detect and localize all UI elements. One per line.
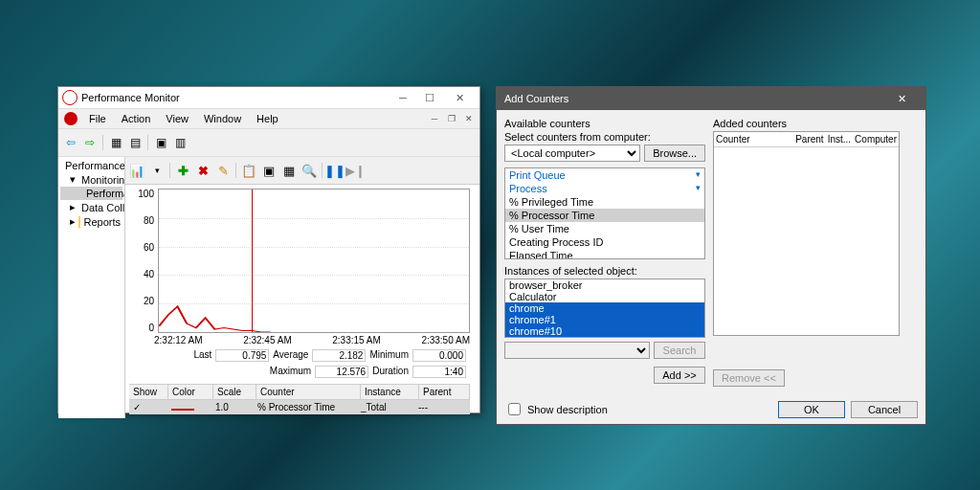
chart[interactable]: 100 80 60 40 20 0 — [129, 189, 470, 333]
instance-item[interactable]: chrome — [505, 302, 704, 314]
export-icon[interactable]: ▥ — [171, 134, 189, 151]
add-icon[interactable]: ✚ — [173, 161, 192, 180]
dialog-title: Add Counters — [504, 93, 885, 104]
menu-help[interactable]: Help — [249, 111, 286, 126]
counter-item[interactable]: Creating Process ID — [505, 235, 704, 249]
main-panel: 📊 ▾ ✚ ✖ ✎ 📋 ▣ ▦ 🔍 ❚❚ ▶❙ 100 80 — [125, 157, 479, 418]
menu-view[interactable]: View — [158, 111, 196, 126]
stats-row: Last0.795 Average2.182 Minimum0.000 — [129, 347, 470, 364]
back-icon[interactable]: ⇦ — [62, 134, 79, 151]
mdi-minimize-button[interactable]: ─ — [426, 111, 443, 126]
instance-item[interactable]: chrome#1 — [505, 314, 704, 325]
counters-listbox[interactable]: Print Queue Process % Privileged Time % … — [504, 167, 705, 259]
tree-root[interactable]: Performance — [60, 159, 122, 172]
computer-select[interactable]: <Local computer> — [504, 145, 640, 162]
properties-icon[interactable]: ▤ — [126, 134, 144, 151]
dropdown-icon[interactable]: ▾ — [147, 161, 167, 180]
forward-icon[interactable]: ⇨ — [81, 134, 99, 151]
titlebar[interactable]: Performance Monitor ─ ☐ ✕ — [58, 87, 479, 109]
toolbar: ⇦ ⇨ ▦ ▤ ▣ ▥ — [58, 129, 479, 157]
update-icon[interactable]: ▶❙ — [345, 161, 365, 180]
instance-search-input[interactable] — [504, 342, 650, 359]
search-button[interactable]: Search — [654, 342, 705, 359]
tree-reports[interactable]: ▸ Reports — [60, 214, 122, 229]
view-type-icon[interactable]: 📊 — [127, 161, 146, 180]
menu-action[interactable]: Action — [114, 111, 159, 126]
show-hide-icon[interactable]: ▦ — [107, 134, 124, 151]
dialog-close-button[interactable]: ✕ — [885, 89, 918, 108]
maximize-button[interactable]: ☐ — [416, 88, 443, 107]
props-icon[interactable]: ▦ — [279, 161, 299, 180]
browse-button[interactable]: Browse... — [644, 145, 705, 162]
instance-item[interactable]: Calculator — [505, 291, 704, 302]
instance-item[interactable]: browser_broker — [505, 279, 704, 291]
ok-button[interactable]: OK — [778, 401, 845, 418]
color-swatch — [171, 409, 194, 411]
tree-performance-monitor[interactable]: Performance Monitor — [60, 187, 122, 200]
perfmon-icon — [62, 90, 78, 105]
y-axis: 100 80 60 40 20 0 — [129, 189, 158, 333]
instance-item[interactable]: chrome#10 — [505, 325, 704, 337]
menu-file[interactable]: File — [81, 111, 114, 126]
show-description-checkbox[interactable]: Show description — [504, 400, 608, 418]
instances-listbox[interactable]: browser_broker Calculator chrome chrome#… — [504, 278, 705, 338]
mdi-close-button[interactable]: ✕ — [460, 111, 478, 126]
refresh-icon[interactable]: ▣ — [152, 134, 169, 151]
legend[interactable]: Show Color Scale Counter Instance Parent… — [129, 384, 470, 414]
added-counters-listbox[interactable]: Counter Parent Inst... Computer — [713, 131, 900, 336]
minimize-button[interactable]: ─ — [390, 88, 416, 107]
add-button[interactable]: Add >> — [654, 367, 705, 384]
app-icon — [64, 112, 78, 125]
chart-toolbar: 📊 ▾ ✚ ✖ ✎ 📋 ▣ ▦ 🔍 ❚❚ ▶❙ — [125, 157, 479, 185]
menu-window[interactable]: Window — [196, 111, 249, 126]
zoom-icon[interactable]: 🔍 — [300, 161, 319, 180]
counter-item[interactable]: Elapsed Time — [505, 249, 704, 259]
counter-item[interactable]: % Privileged Time — [505, 195, 704, 209]
copy-icon[interactable]: 📋 — [239, 161, 258, 180]
stats-row-2: Maximum12.576 Duration1:40 — [129, 364, 470, 380]
plot-area[interactable] — [158, 189, 470, 333]
counter-item[interactable]: % User Time — [505, 222, 704, 235]
freeze-icon[interactable]: ❚❚ — [325, 161, 345, 180]
remove-button[interactable]: Remove << — [713, 369, 785, 387]
instances-label: Instances of selected object: — [504, 265, 705, 277]
series-line — [159, 189, 469, 332]
delete-icon[interactable]: ✖ — [193, 161, 212, 180]
legend-row[interactable]: ✓ 1.0 % Processor Time _Total --- — [129, 400, 470, 414]
tree-data-collector-sets[interactable]: ▸ Data Collector Sets — [60, 200, 122, 214]
available-counters-label: Available counters — [504, 118, 705, 129]
close-button[interactable]: ✕ — [443, 88, 476, 107]
add-counters-dialog: Add Counters ✕ Available counters Select… — [496, 86, 926, 425]
paste-icon[interactable]: ▣ — [259, 161, 278, 180]
cancel-button[interactable]: Cancel — [851, 401, 918, 418]
category-process[interactable]: Process — [505, 182, 704, 195]
category-print-queue[interactable]: Print Queue — [505, 168, 704, 182]
nav-tree[interactable]: Performance ▾ Monitoring Tools Performan… — [58, 157, 125, 418]
window-title: Performance Monitor — [81, 92, 390, 103]
tree-monitoring-tools[interactable]: ▾ Monitoring Tools — [60, 172, 122, 187]
dialog-titlebar[interactable]: Add Counters ✕ — [497, 87, 925, 110]
select-from-label: Select counters from computer: — [504, 131, 705, 143]
x-axis: 2:32:12 AM 2:32:45 AM 2:33:15 AM 2:33:50… — [129, 333, 470, 347]
perfmon-window: Performance Monitor ─ ☐ ✕ File Action Vi… — [57, 86, 480, 413]
instance-item[interactable]: chrome#11 — [505, 337, 704, 338]
highlight-icon[interactable]: ✎ — [213, 161, 233, 180]
menubar: File Action View Window Help ─ ❐ ✕ — [58, 109, 479, 129]
counter-item[interactable]: % Processor Time — [505, 209, 704, 222]
added-counters-label: Added counters — [713, 118, 900, 129]
mdi-restore-button[interactable]: ❐ — [443, 111, 460, 126]
